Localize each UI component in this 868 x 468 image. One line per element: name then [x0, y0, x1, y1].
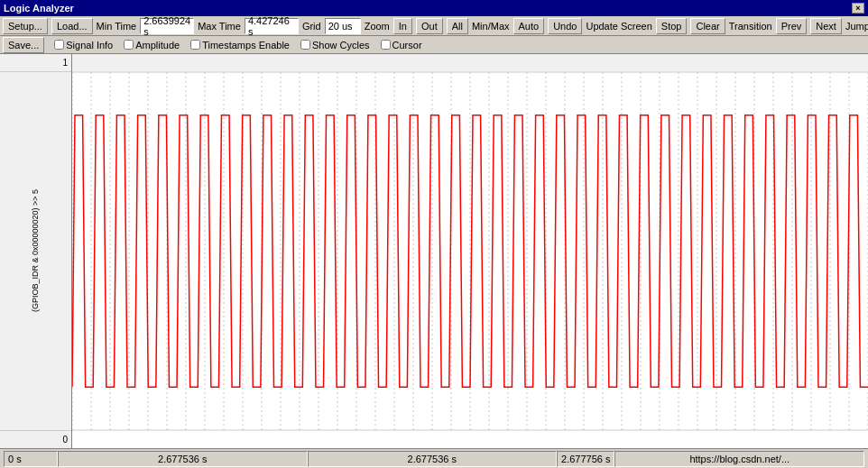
toolbar-row-2: Save... Signal Info Amplitude Timestamps… — [0, 36, 868, 54]
signal-info-checkbox[interactable] — [54, 40, 64, 50]
auto-button[interactable]: Auto — [513, 18, 545, 34]
show-cycles-check[interactable]: Show Cycles — [300, 40, 370, 50]
zoom-in-button[interactable]: In — [393, 18, 412, 34]
scale-bottom: 0 — [0, 430, 71, 448]
cursor-label: Cursor — [392, 40, 422, 50]
timestamps-checkbox[interactable] — [190, 40, 200, 50]
svg-rect-1 — [72, 54, 868, 72]
app-title: Logic Analyzer — [4, 3, 74, 14]
stop-button[interactable]: Stop — [656, 18, 688, 34]
status-left: 0 s — [4, 451, 58, 467]
transition-label: Transition — [729, 21, 772, 32]
toolbar-row-1: Setup... Load... Min Time 2.6639924 s Ma… — [0, 16, 868, 36]
status-left-value: 0 s — [8, 454, 22, 464]
signal-label-area: 1 (GPIOB_IDR & 0x00000020) >> 5 0 — [0, 54, 72, 448]
setup-button[interactable]: Setup... — [3, 18, 48, 34]
close-button[interactable]: × — [852, 3, 864, 14]
top-value: 1 — [62, 58, 68, 68]
grid-label: Grid — [302, 21, 321, 32]
timestamps-label: Timestamps Enable — [202, 40, 290, 50]
status-mid2-value: 2.677536 s — [408, 454, 457, 464]
status-bar: 0 s 2.677536 s 2.677536 s 2.677756 s htt… — [0, 448, 868, 468]
undo-button[interactable]: Undo — [548, 18, 582, 34]
scale-top: 1 — [0, 54, 71, 72]
clear-button[interactable]: Clear — [690, 18, 725, 34]
signal-name: (GPIOB_IDR & 0x00000020) >> 5 — [31, 189, 40, 312]
waveform-area[interactable] — [72, 54, 868, 448]
amplitude-label: Amplitude — [135, 40, 180, 50]
cursor-checkbox[interactable] — [381, 40, 391, 50]
update-screen-label: Update Screen — [586, 21, 651, 32]
main-area: 1 (GPIOB_IDR & 0x00000020) >> 5 0 — [0, 54, 868, 448]
minmax-label: Min/Max — [472, 21, 510, 32]
status-mid2: 2.677536 s — [308, 451, 558, 467]
max-time-value: 4.427246 s — [245, 18, 299, 34]
signal-name-container: (GPIOB_IDR & 0x00000020) >> 5 — [0, 72, 71, 430]
timestamps-check[interactable]: Timestamps Enable — [190, 40, 290, 50]
zoom-out-button[interactable]: Out — [416, 18, 443, 34]
status-right-value: 2.677756 s — [561, 454, 610, 464]
min-time-label: Min Time — [97, 21, 137, 32]
cursor-check[interactable]: Cursor — [381, 40, 422, 50]
prev-button[interactable]: Prev — [776, 18, 808, 34]
amplitude-check[interactable]: Amplitude — [124, 40, 180, 50]
zoom-label: Zoom — [365, 21, 390, 32]
bottom-value: 0 — [62, 435, 68, 445]
load-button[interactable]: Load... — [51, 18, 93, 34]
jump-to-label: Jump to — [845, 21, 868, 32]
status-mid-value: 2.677536 s — [158, 454, 207, 464]
watermark-text: https://blog.csdn.net/... — [689, 454, 790, 464]
signal-info-label: Signal Info — [66, 40, 113, 50]
next-button[interactable]: Next — [810, 18, 842, 34]
status-watermark: https://blog.csdn.net/... — [614, 451, 864, 467]
amplitude-checkbox[interactable] — [124, 40, 134, 50]
max-time-label: Max Time — [198, 21, 241, 32]
show-cycles-label: Show Cycles — [312, 40, 370, 50]
grid-value: 20 us — [325, 18, 361, 34]
save-button[interactable]: Save... — [3, 37, 44, 53]
min-time-value: 2.6639924 s — [140, 18, 194, 34]
show-cycles-checkbox[interactable] — [300, 40, 310, 50]
title-bar: Logic Analyzer × — [0, 0, 868, 16]
waveform-svg[interactable] — [72, 54, 868, 448]
signal-info-check[interactable]: Signal Info — [54, 40, 113, 50]
status-right: 2.677756 s — [557, 451, 614, 467]
zoom-all-button[interactable]: All — [447, 18, 468, 34]
status-mid: 2.677536 s — [58, 451, 308, 467]
